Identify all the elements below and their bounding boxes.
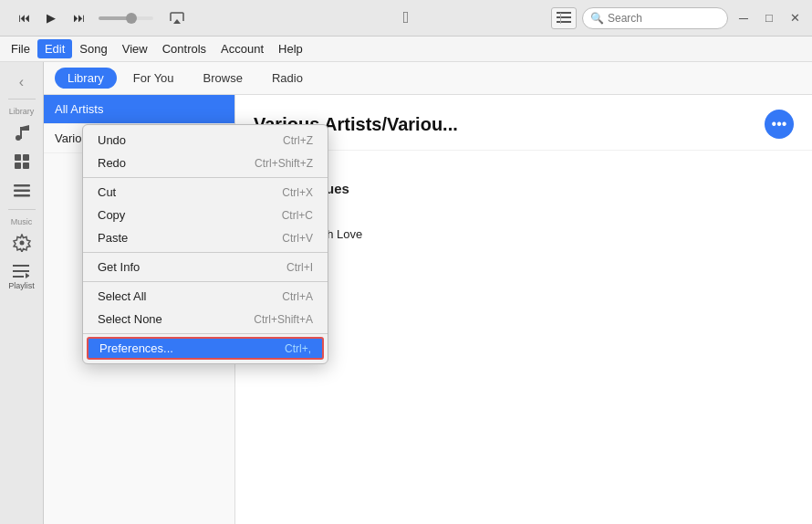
menu-getinfo[interactable]: Get Info Ctrl+I <box>83 256 328 278</box>
artist-item-all[interactable]: All Artists <box>44 95 234 124</box>
svg-rect-5 <box>20 127 22 139</box>
volume-thumb <box>126 13 137 24</box>
tab-foryou[interactable]: For You <box>120 68 187 89</box>
preferences-shortcut: Ctrl+, <box>285 342 311 355</box>
divider-2 <box>8 209 36 210</box>
copy-shortcut: Ctrl+C <box>282 209 313 222</box>
getinfo-shortcut: Ctrl+I <box>286 261 313 274</box>
cut-label: Cut <box>98 185 116 199</box>
svg-rect-2 <box>557 21 571 23</box>
svg-rect-12 <box>14 194 30 197</box>
svg-rect-1 <box>557 16 571 18</box>
menu-paste[interactable]: Paste Ctrl+V <box>83 226 328 249</box>
svg-rect-7 <box>23 154 29 161</box>
selectall-shortcut: Ctrl+A <box>282 290 313 303</box>
menu-bar: File Edit Song View Controls Account Hel… <box>0 37 812 62</box>
track-row-1[interactable]: 1 Tough Love <box>254 222 794 246</box>
menu-selectnone[interactable]: Select None Ctrl+Shift+A <box>83 308 328 330</box>
svg-rect-11 <box>14 190 30 193</box>
menu-copy[interactable]: Copy Ctrl+C <box>83 204 328 226</box>
menu-cut[interactable]: Cut Ctrl+X <box>83 181 328 204</box>
tab-library[interactable]: Library <box>55 68 117 89</box>
more-button[interactable]: ••• <box>765 110 794 139</box>
tab-radio[interactable]: Radio <box>259 68 316 89</box>
svg-rect-8 <box>15 162 21 169</box>
svg-point-13 <box>19 241 24 246</box>
prev-button[interactable]: ⏮ <box>11 5 36 31</box>
menu-item-song[interactable]: Song <box>72 39 114 58</box>
tab-browse[interactable]: Browse <box>191 68 255 89</box>
next-button[interactable]: ⏭ <box>66 5 91 31</box>
volume-slider[interactable] <box>99 16 153 20</box>
maximize-button[interactable]: □ <box>759 8 779 28</box>
divider-select <box>83 281 328 282</box>
sidebar-grid-btn[interactable] <box>5 147 38 176</box>
preferences-label: Preferences... <box>99 341 173 355</box>
svg-rect-0 <box>557 12 571 14</box>
minimize-button[interactable]: ─ <box>734 8 754 28</box>
redo-shortcut: Ctrl+Shift+Z <box>255 157 313 170</box>
airplay-icon <box>169 11 185 26</box>
undo-shortcut: Ctrl+Z <box>283 134 313 147</box>
menu-selectall[interactable]: Select All Ctrl+A <box>83 285 328 308</box>
copy-label: Copy <box>98 208 125 222</box>
redo-label: Redo <box>98 156 126 170</box>
list-view-button[interactable] <box>551 7 577 29</box>
menu-item-account[interactable]: Account <box>213 39 271 58</box>
main-layout: ‹ Library Music <box>0 62 812 524</box>
title-bar-right: 🔍 ─ □ ✕ <box>551 7 805 29</box>
transport-controls: ⏮ ▶ ⏭ <box>11 5 91 31</box>
sidebar: ‹ Library Music <box>0 62 44 524</box>
content-area: Library For You Browse Radio All Artists… <box>44 62 812 524</box>
grid-icon <box>14 153 30 170</box>
music-note-icon <box>13 123 31 141</box>
search-box[interactable]: 🔍 <box>582 7 728 29</box>
svg-rect-3 <box>560 13 561 24</box>
airplay-button[interactable] <box>164 5 190 31</box>
selectnone-label: Select None <box>98 312 162 326</box>
playlist-icon <box>13 263 29 279</box>
divider-prefs <box>83 333 328 334</box>
playlist-area: Playlist <box>8 263 35 290</box>
settings-icon <box>13 234 31 252</box>
list-icon <box>14 184 30 197</box>
menu-item-help[interactable]: Help <box>271 39 310 58</box>
getinfo-label: Get Info <box>98 260 140 274</box>
selectall-label: Select All <box>98 289 146 303</box>
svg-rect-14 <box>13 265 29 267</box>
menu-item-view[interactable]: View <box>115 39 155 58</box>
sub-nav: Library For You Browse Radio <box>44 62 812 95</box>
menu-item-controls[interactable]: Controls <box>155 39 213 58</box>
menu-preferences[interactable]: Preferences... Ctrl+, <box>87 337 324 360</box>
svg-rect-9 <box>23 162 29 169</box>
svg-marker-17 <box>26 273 29 278</box>
menu-item-file[interactable]: File <box>4 39 37 58</box>
back-button[interactable]: ‹ <box>5 69 38 95</box>
svg-rect-15 <box>13 270 29 272</box>
sidebar-list-btn[interactable] <box>5 176 38 205</box>
cut-shortcut: Ctrl+X <box>282 186 313 199</box>
sidebar-music-icon-btn[interactable] <box>5 118 38 147</box>
menu-item-edit[interactable]: Edit <box>37 39 72 58</box>
apple-logo:  <box>403 8 410 27</box>
divider-1 <box>8 99 36 100</box>
svg-rect-10 <box>14 184 30 187</box>
playlist-label: Playlist <box>8 281 35 290</box>
close-button[interactable]: ✕ <box>785 8 805 28</box>
paste-shortcut: Ctrl+V <box>282 232 313 245</box>
sidebar-settings-btn[interactable] <box>5 228 38 257</box>
edit-dropdown-menu[interactable]: Undo Ctrl+Z Redo Ctrl+Shift+Z Cut Ctrl+X… <box>82 124 328 364</box>
selectnone-shortcut: Ctrl+Shift+A <box>254 313 313 326</box>
paste-label: Paste <box>98 231 128 245</box>
undo-label: Undo <box>98 133 126 147</box>
music-section-label: Music <box>11 217 33 226</box>
divider-cut <box>83 177 328 178</box>
svg-rect-6 <box>15 154 21 161</box>
search-input[interactable] <box>608 12 717 25</box>
album-row: ♪ Blues <box>254 165 794 211</box>
search-icon: 🔍 <box>590 12 604 25</box>
menu-redo[interactable]: Redo Ctrl+Shift+Z <box>83 152 328 174</box>
menu-undo[interactable]: Undo Ctrl+Z <box>83 129 328 152</box>
divider-getinfo <box>83 252 328 253</box>
play-button[interactable]: ▶ <box>38 5 64 31</box>
